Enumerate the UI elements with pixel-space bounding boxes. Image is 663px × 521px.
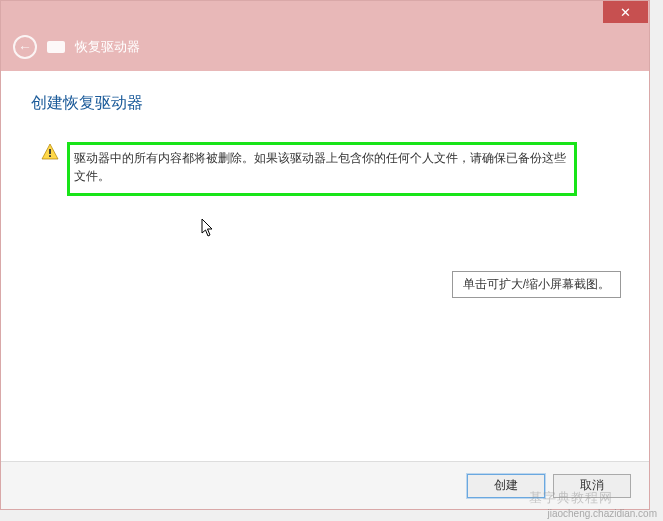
svg-rect-0 (49, 149, 51, 154)
mouse-cursor-icon (201, 218, 215, 242)
warning-icon (41, 143, 59, 165)
close-icon: ✕ (620, 5, 631, 20)
create-button[interactable]: 创建 (467, 474, 545, 498)
header-bar: ← 恢复驱动器 (1, 29, 649, 71)
dialog-window: ✕ ← 恢复驱动器 创建恢复驱动器 驱动器中的所有内容都将被删除。如果该驱动器上… (0, 0, 650, 510)
drive-icon (47, 41, 65, 53)
back-button[interactable]: ← (13, 35, 37, 59)
warning-text: 驱动器中的所有内容都将被删除。如果该驱动器上包含你的任何个人文件，请确保已备份这… (74, 149, 566, 185)
warning-row: 驱动器中的所有内容都将被删除。如果该驱动器上包含你的任何个人文件，请确保已备份这… (41, 142, 619, 196)
zoom-tooltip[interactable]: 单击可扩大/缩小屏幕截图。 (452, 271, 621, 298)
titlebar: ✕ (1, 1, 649, 29)
tooltip-text: 单击可扩大/缩小屏幕截图。 (463, 277, 610, 291)
svg-rect-1 (49, 155, 51, 157)
back-arrow-icon: ← (18, 39, 32, 55)
close-button[interactable]: ✕ (603, 1, 648, 23)
cancel-button[interactable]: 取消 (553, 474, 631, 498)
page-heading: 创建恢复驱动器 (31, 93, 619, 114)
warning-highlight-box: 驱动器中的所有内容都将被删除。如果该驱动器上包含你的任何个人文件，请确保已备份这… (67, 142, 577, 196)
content-area: 创建恢复驱动器 驱动器中的所有内容都将被删除。如果该驱动器上包含你的任何个人文件… (1, 71, 649, 463)
window-title: 恢复驱动器 (75, 38, 140, 56)
footer-bar: 创建 取消 (1, 461, 649, 509)
